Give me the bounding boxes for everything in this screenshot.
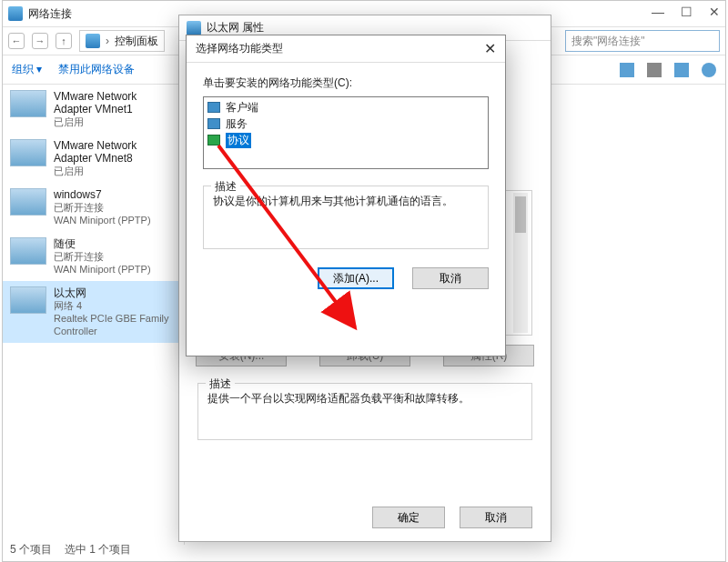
description-text: 提供一个平台以实现网络适配器负载平衡和故障转移。 <box>207 391 522 406</box>
item-name: windows7 <box>54 188 151 201</box>
preview-pane-icon[interactable] <box>674 63 689 77</box>
connections-list: VMware Network Adapter VMnet1 已启用 VMware… <box>3 85 185 545</box>
cancel-button[interactable]: 取消 <box>460 507 532 528</box>
status-count: 5 个项目 <box>10 542 52 557</box>
item-detail: WAN Miniport (PPTP) <box>54 214 151 226</box>
add-button[interactable]: 添加(A)... <box>318 267 394 289</box>
list-item[interactable]: VMware Network Adapter VMnet1 已启用 <box>3 85 184 134</box>
status-bar: 5 个项目 选中 1 个项目 <box>10 542 718 557</box>
status-selected: 选中 1 个项目 <box>65 542 131 557</box>
seldlg-desc-legend: 描述 <box>211 179 240 195</box>
disable-device-button[interactable]: 禁用此网络设备 <box>58 62 135 77</box>
list-item[interactable]: VMware Network Adapter VMnet8 已启用 <box>3 134 184 183</box>
adapter-icon <box>10 237 46 265</box>
adapter-icon <box>10 286 46 314</box>
description-fieldset: 描述 提供一个平台以实现网络适配器负载平衡和故障转移。 <box>197 383 532 440</box>
item-status: 已启用 <box>54 115 177 128</box>
item-name: 随便 <box>54 237 151 250</box>
item-detail: Realtek PCIe GBE Family Controller <box>54 312 177 337</box>
item-detail: WAN Miniport (PPTP) <box>54 263 151 276</box>
item-status: 已启用 <box>54 165 177 177</box>
network-icon <box>86 34 100 48</box>
cancel-button[interactable]: 取消 <box>412 267 489 289</box>
item-name: 以太网 <box>54 286 177 299</box>
nav-fwd-button[interactable]: → <box>32 33 48 49</box>
feature-type-listbox[interactable]: 客户端 服务 协议 <box>203 96 489 169</box>
search-box[interactable]: 搜索"网络连接" <box>565 30 720 52</box>
view-icon[interactable] <box>647 63 662 77</box>
adapter-icon <box>10 90 46 117</box>
service-icon <box>207 118 220 129</box>
breadcrumb-sep-icon <box>104 35 111 47</box>
nav-back-button[interactable]: ← <box>8 33 25 49</box>
minimize-button[interactable]: — <box>652 5 664 19</box>
search-placeholder: 搜索"网络连接" <box>571 34 645 49</box>
feature-option-service[interactable]: 服务 <box>206 115 486 132</box>
maximize-button[interactable]: ☐ <box>681 5 693 19</box>
close-button[interactable]: ✕ <box>709 5 720 19</box>
props-title: 以太网 属性 <box>207 20 264 35</box>
explorer-title: 网络连接 <box>28 6 72 22</box>
option-label: 客户端 <box>226 100 258 115</box>
close-icon[interactable]: ✕ <box>484 40 496 57</box>
scrollbar-thumb[interactable] <box>515 196 526 233</box>
option-label: 协议 <box>226 133 251 148</box>
item-name: VMware Network Adapter VMnet8 <box>54 139 177 165</box>
feature-option-client[interactable]: 客户端 <box>206 99 486 115</box>
seldlg-title: 选择网络功能类型 <box>196 41 283 56</box>
ok-button[interactable]: 确定 <box>372 507 445 528</box>
adapter-icon <box>10 139 46 166</box>
protocol-icon <box>207 135 220 146</box>
seldlg-desc-text: 协议是你的计算机用来与其他计算机通信的语言。 <box>213 194 479 209</box>
seldlg-prompt: 单击要安装的网络功能类型(C): <box>203 75 489 91</box>
option-label: 服务 <box>226 116 248 132</box>
item-status: 已断开连接 <box>54 201 151 214</box>
feature-option-protocol[interactable]: 协议 <box>206 132 486 148</box>
seldlg-titlebar: 选择网络功能类型 ✕ <box>187 35 505 63</box>
help-icon[interactable] <box>702 63 716 77</box>
network-connections-icon <box>8 6 23 21</box>
window-controls: — ☐ ✕ <box>652 5 720 19</box>
breadcrumb-item[interactable]: 控制面板 <box>115 34 158 49</box>
item-status: 已断开连接 <box>54 250 151 263</box>
organize-menu[interactable]: 组织 ▾ <box>12 62 42 77</box>
seldlg-description-fieldset: 描述 协议是你的计算机用来与其他计算机通信的语言。 <box>203 186 489 249</box>
adapter-icon <box>10 188 46 216</box>
description-legend: 描述 <box>206 376 235 392</box>
select-feature-type-dialog: 选择网络功能类型 ✕ 单击要安装的网络功能类型(C): 客户端 服务 协议 描述… <box>186 35 506 356</box>
list-item[interactable]: 随便 已断开连接 WAN Miniport (PPTP) <box>3 232 184 281</box>
item-status: 网络 4 <box>54 299 177 312</box>
item-name: VMware Network Adapter VMnet1 <box>54 90 177 115</box>
client-icon <box>207 102 220 113</box>
list-item[interactable]: windows7 已断开连接 WAN Miniport (PPTP) <box>3 183 184 232</box>
adapter-icon <box>187 21 201 35</box>
breadcrumb[interactable]: 控制面板 <box>79 30 165 52</box>
list-item[interactable]: 以太网 网络 4 Realtek PCIe GBE Family Control… <box>3 281 184 343</box>
nav-up-button[interactable]: ↑ <box>56 33 72 49</box>
change-settings-icon[interactable] <box>620 63 634 77</box>
